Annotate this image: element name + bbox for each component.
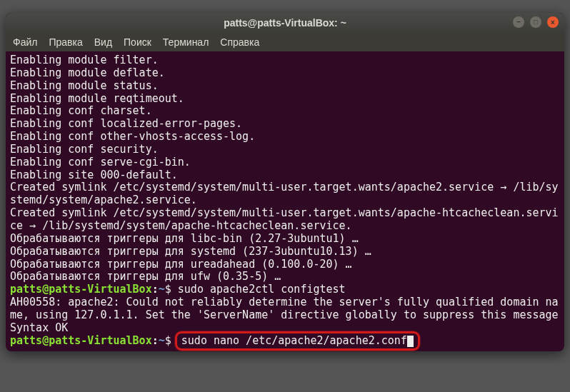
output-line: Enabling conf serve-cgi-bin. [10, 156, 560, 169]
terminal-window: patts@patts-VirtualBox: ~ Файл Правка Ви… [6, 13, 564, 351]
menu-view[interactable]: Вид [94, 36, 112, 48]
highlighted-command: sudo nano /etc/apache2/apache2.conf [175, 331, 420, 351]
output-line: Enabling conf security. [10, 144, 560, 156]
close-button[interactable] [547, 16, 559, 28]
menu-bar: Файл Правка Вид Поиск Терминал Справка [6, 33, 564, 51]
output-line: Enabling module reqtimeout. [10, 93, 560, 106]
prompt-line-active: patts@patts-VirtualBox:~$ sudo nano /etc… [10, 335, 560, 348]
prompt-sep: : [152, 283, 159, 296]
menu-terminal[interactable]: Терминал [163, 36, 209, 48]
window-titlebar[interactable]: patts@patts-VirtualBox: ~ [6, 13, 564, 33]
prompt-path: ~ [159, 283, 165, 296]
minimize-button[interactable] [513, 16, 524, 28]
output-line: AH00558: apache2: Could not reliably det… [10, 296, 560, 322]
output-line: Created symlink /etc/systemd/system/mult… [10, 181, 560, 207]
menu-file[interactable]: Файл [13, 36, 37, 48]
output-line: Обрабатываются триггеры для libc-bin (2.… [10, 233, 560, 246]
menu-edit[interactable]: Правка [49, 36, 82, 48]
command-text: sudo apache2ctl configtest [178, 283, 346, 296]
window-title: patts@patts-VirtualBox: ~ [224, 17, 346, 29]
prompt-dollar: $ [165, 283, 178, 296]
output-line: Enabling module deflate. [10, 67, 560, 80]
output-line: Enabling conf charset. [10, 105, 560, 118]
prompt-sep: : [152, 334, 159, 347]
menu-help[interactable]: Справка [220, 36, 259, 48]
cursor-icon [407, 336, 414, 347]
output-line: Enabling module status. [10, 80, 560, 93]
output-line: Enabling site 000-default. [10, 169, 560, 182]
output-line: Created symlink /etc/systemd/system/mult… [10, 207, 560, 233]
output-line: Enabling conf localized-error-pages. [10, 118, 560, 131]
prompt-user: patts@patts-VirtualBox [10, 334, 152, 347]
prompt-line: patts@patts-VirtualBox:~$ sudo apache2ct… [10, 283, 560, 296]
output-line: Enabling module filter. [10, 54, 560, 67]
maximize-button[interactable] [530, 16, 541, 28]
menu-search[interactable]: Поиск [124, 36, 151, 48]
output-line: Обрабатываются триггеры для systemd (237… [10, 246, 560, 258]
prompt-user: patts@patts-VirtualBox [10, 283, 152, 296]
command-text: sudo nano /etc/apache2/apache2.conf [181, 334, 407, 347]
window-controls [513, 16, 559, 28]
output-line: Обрабатываются триггеры для ufw (0.35-5)… [10, 271, 560, 283]
output-line: Enabling conf other-vhosts-access-log. [10, 131, 560, 144]
prompt-path: ~ [159, 334, 165, 347]
terminal-viewport[interactable]: Enabling module filter.Enabling module d… [6, 51, 564, 351]
output-line: Обрабатываются триггеры для ureadahead (… [10, 258, 560, 271]
